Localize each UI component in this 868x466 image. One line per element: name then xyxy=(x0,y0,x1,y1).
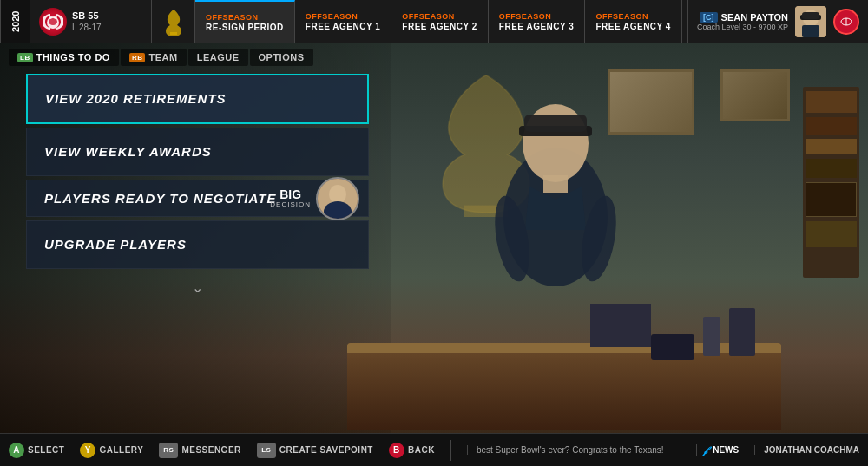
menu-item-negotiate[interactable]: PLAYERS READY TO NEGOTIATE BIG DECISION xyxy=(26,180,369,217)
svg-point-11 xyxy=(54,16,57,19)
tab-team[interactable]: RB TEAM xyxy=(121,49,187,66)
menu-item-retirements[interactable]: VIEW 2020 RETIREMENTS xyxy=(26,74,369,124)
news-ticker: best Super Bowl's ever? Congrats to the … xyxy=(467,445,681,455)
coach-info-panel: [C] SEAN PAYTON Coach Level 30 - 9700 XP xyxy=(687,0,868,43)
nav-free-agency-4[interactable]: OFFSEASON FREE AGENCY 4 xyxy=(585,0,682,43)
svg-point-22 xyxy=(329,185,346,204)
desk xyxy=(347,343,781,430)
player-avatar xyxy=(316,177,359,220)
team-logo xyxy=(39,8,67,36)
coach-figure xyxy=(460,78,651,321)
commentator-name: JONATHAN COACHMA xyxy=(754,445,859,455)
coach-name: SEAN PAYTON xyxy=(721,12,788,23)
coach-avatar xyxy=(795,6,826,37)
select-button-prompt: A SELECT xyxy=(9,443,64,458)
team-record: SB 55 L 28-17 xyxy=(72,10,102,33)
savepoint-button-prompt: LS CREATE SAVEPOINT xyxy=(257,443,373,458)
bottom-action-bar: A SELECT Y GALLERY RS MESSENGER LS CREAT… xyxy=(0,433,868,466)
b-button-icon: B xyxy=(389,443,404,458)
secondary-navigation: LB THINGS TO DO RB TEAM LEAGUE OPTIONS xyxy=(0,43,434,71)
coach-level-xp: Coach Level 30 - 9700 XP xyxy=(697,23,788,31)
tab-league[interactable]: LEAGUE xyxy=(188,49,248,66)
svg-point-9 xyxy=(49,18,57,25)
svg-rect-17 xyxy=(802,12,819,19)
top-navigation-bar: 2020 SB 55 L 28-17 xyxy=(0,0,868,43)
menu-item-upgrade[interactable]: UPGRADE PLAYERS xyxy=(26,220,369,269)
desk-item-2 xyxy=(703,317,720,356)
photo-frame-2 xyxy=(720,69,790,121)
big-decision-logo: BIG DECISION xyxy=(270,188,311,208)
svg-rect-12 xyxy=(170,32,177,35)
scroll-down-indicator: ⌄ xyxy=(26,272,369,303)
messenger-button-prompt: RS MESSENGER xyxy=(159,443,240,458)
team-info: SB 55 L 28-17 xyxy=(30,0,152,43)
lb-badge: LB xyxy=(17,53,33,62)
nav-free-agency-1[interactable]: OFFSEASON FREE AGENCY 1 xyxy=(295,0,392,43)
desk-item-1 xyxy=(729,308,755,356)
svg-rect-15 xyxy=(802,25,819,37)
big-decision-badge: BIG DECISION xyxy=(270,177,359,220)
ls-button-icon: LS xyxy=(257,443,276,458)
team-logo-icon xyxy=(39,8,67,36)
year-indicator: 2020 xyxy=(0,0,30,43)
desk-monitor xyxy=(590,304,651,347)
y-button-icon: Y xyxy=(80,443,95,458)
gallery-button-prompt: Y GALLERY xyxy=(80,443,143,458)
bottom-divider xyxy=(450,440,451,461)
menu-item-awards[interactable]: VIEW WEEKLY AWARDS xyxy=(26,128,369,176)
back-button-prompt: B BACK xyxy=(389,443,435,458)
saints-fleur-divider xyxy=(152,0,195,43)
nav-offseason-resign[interactable]: OFFSEASON RE-SIGN PERIOD xyxy=(195,0,295,43)
team-icon-small xyxy=(833,9,859,35)
svg-rect-5 xyxy=(543,175,568,193)
tab-things-to-do[interactable]: LB THINGS TO DO xyxy=(9,49,119,66)
rb-badge: RB xyxy=(129,53,146,62)
nav-free-agency-2[interactable]: OFFSEASON FREE AGENCY 2 xyxy=(391,0,489,43)
rs-button-icon: RS xyxy=(159,443,178,458)
desk-phone xyxy=(651,334,694,360)
menu-panel: VIEW 2020 RETIREMENTS VIEW WEEKLY AWARDS… xyxy=(26,74,369,303)
news-logo-icon: 𝒻 xyxy=(704,444,707,456)
svg-point-10 xyxy=(49,16,52,19)
a-button-icon: A xyxy=(9,443,24,458)
nav-free-agency-3[interactable]: OFFSEASON FREE AGENCY 3 xyxy=(489,0,586,43)
svg-rect-4 xyxy=(524,115,587,132)
bookshelf xyxy=(803,87,859,278)
coach-badge: [C] xyxy=(700,12,718,23)
news-section: 𝒻 NEWS xyxy=(696,444,739,456)
tab-options[interactable]: OPTIONS xyxy=(250,49,313,66)
